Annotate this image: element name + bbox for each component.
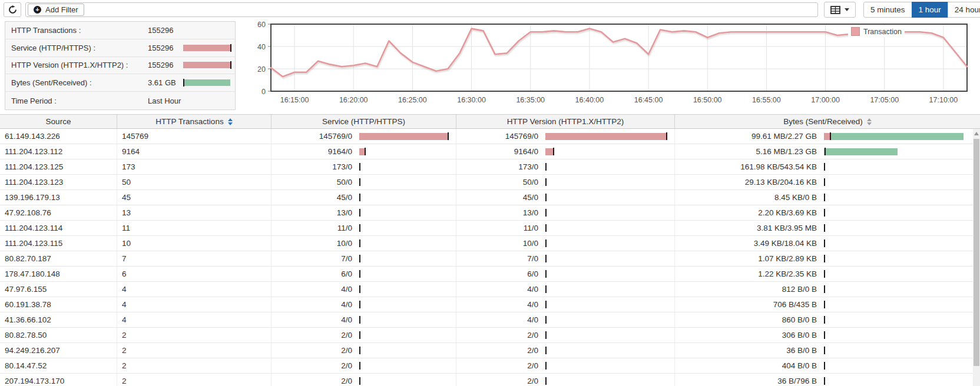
table-row[interactable]: 94.249.216.20722/02/036 B/0 B [0, 343, 973, 358]
filter-bar[interactable]: + Add Filter [25, 2, 818, 17]
transactions-cell: 2 [117, 374, 272, 386]
scroll-up-arrow-icon[interactable] [974, 132, 979, 135]
bar-divider-tick [359, 331, 360, 339]
service-cell: 2/0 [272, 328, 456, 342]
table-view-button[interactable] [824, 2, 856, 18]
bar-divider-tick [359, 239, 360, 247]
http-version-bar [545, 270, 670, 278]
http-version-value: 173/0 [461, 162, 538, 171]
service-bar [359, 194, 451, 201]
http-version-bar [545, 224, 670, 232]
refresh-icon [8, 5, 17, 14]
bytes-bar [824, 209, 968, 217]
table-row[interactable]: 80.82.70.18777/07/01.07 KB/2.89 KB [0, 251, 973, 267]
bar-divider-tick [824, 347, 825, 354]
scrollbar-thumb[interactable] [974, 139, 979, 366]
svg-text:20: 20 [257, 65, 266, 74]
svg-text:16:20:00: 16:20:00 [339, 96, 368, 104]
bar-divider-tick [824, 194, 825, 201]
table-row[interactable]: 80.14.47.5222/02/0404 B/0 B [0, 358, 973, 374]
transactions-value: 50 [122, 178, 131, 187]
table-row[interactable]: 60.191.38.7844/04/0706 B/435 B [0, 297, 973, 312]
bytes-value: 1.22 KB/2.35 KB [680, 269, 817, 278]
service-bar [359, 178, 451, 186]
summary-value: 3.61 GB [148, 78, 183, 87]
table-row[interactable]: 61.149.143.226145769145769/0145769/099.6… [0, 129, 973, 144]
transactions-cell: 45 [117, 190, 272, 205]
http-version-cell: 11/0 [456, 221, 675, 235]
source-cell: 207.194.173.170 [0, 374, 117, 386]
table-row[interactable]: 47.92.108.761313/013/02.20 KB/3.69 KB [0, 205, 973, 221]
bar-divider-tick [545, 194, 547, 201]
bytes-cell: 29.13 KB/204.16 KB [675, 175, 973, 189]
source-cell: 94.249.216.207 [0, 343, 117, 358]
bytes-value: 29.13 KB/204.16 KB [680, 178, 817, 187]
table-row[interactable]: 41.36.66.10244/04/0860 B/0 B [0, 312, 973, 328]
refresh-button[interactable] [4, 2, 21, 17]
table-row[interactable]: 111.204.123.1151010/010/03.49 KB/18.04 K… [0, 236, 973, 251]
bar-divider-tick [359, 347, 360, 354]
table-row[interactable]: 111.204.123.11291649164/09164/05.16 MB/1… [0, 144, 973, 159]
service-value: 4/0 [276, 315, 352, 324]
bar-divider-tick [824, 209, 825, 217]
svg-text:17:10:00: 17:10:00 [929, 96, 958, 104]
bytes-value: 1.07 KB/2.89 KB [680, 254, 817, 263]
table-row[interactable]: 111.204.123.125173173/0173/0161.98 KB/54… [0, 159, 973, 175]
column-header-http-version-http1-x-http2[interactable]: HTTP Version (HTTP1.X/HTTP2) [456, 115, 675, 128]
time-range-24-hours[interactable]: 24 hours [948, 2, 980, 18]
summary-green-bar [184, 79, 230, 86]
fortiview-sources-page: + Add Filter 5 minutes1 hour24 hours HTT… [0, 0, 980, 386]
time-range-5-minutes[interactable]: 5 minutes [863, 2, 912, 18]
bytes-bar [824, 255, 968, 262]
column-header-http-transactions[interactable]: HTTP Transactions [117, 115, 272, 128]
table-row[interactable]: 80.82.78.5022/02/0306 B/0 B [0, 328, 973, 343]
table-row[interactable]: 207.194.173.17022/02/036 B/796 B [0, 374, 973, 386]
service-cell: 7/0 [272, 251, 456, 266]
transactions-value: 45 [122, 193, 131, 202]
bar-divider-tick [359, 163, 360, 171]
red-bar [545, 133, 666, 140]
service-value: 2/0 [276, 346, 352, 355]
column-header-source[interactable]: Source [0, 115, 117, 128]
bar-divider-tick [824, 316, 825, 324]
bytes-bar [824, 362, 968, 370]
bytes-cell: 860 B/0 B [675, 312, 973, 327]
sort-icon[interactable] [228, 118, 233, 125]
summary-bar [183, 61, 231, 69]
bar-divider-tick [824, 239, 825, 247]
red-bar [359, 148, 365, 155]
bytes-bar [824, 270, 968, 278]
transactions-cell: 2 [117, 343, 272, 358]
summary-row-time-period: Time Period :Last Hour [5, 92, 235, 109]
service-cell: 6/0 [272, 267, 456, 281]
bar-divider-tick [359, 255, 360, 262]
source-ip: 80.14.47.52 [5, 361, 47, 370]
bar-divider-tick [359, 285, 360, 293]
service-value: 2/0 [276, 331, 352, 340]
time-range-selector: 5 minutes1 hour24 hours [863, 2, 980, 18]
table-row[interactable]: 47.97.6.15544/04/0812 B/0 B [0, 282, 973, 297]
service-bar [359, 239, 451, 247]
service-cell: 10/0 [272, 236, 456, 251]
column-header-bytes-sent-received[interactable]: Bytes (Sent/Received) [675, 115, 980, 128]
table-row[interactable]: 111.204.123.1141111/011/03.81 KB/3.95 MB [0, 221, 973, 236]
service-value: 145769/0 [276, 132, 352, 141]
bar-divider-tick [545, 347, 547, 354]
http-version-cell: 50/0 [456, 175, 675, 189]
service-bar [359, 163, 451, 171]
add-filter-button[interactable]: + Add Filter [28, 4, 84, 16]
table-row[interactable]: 178.47.180.14866/06/01.22 KB/2.35 KB [0, 267, 973, 282]
table-row[interactable]: 139.196.179.134545/045/08.45 KB/0 B [0, 190, 973, 205]
sort-icon[interactable] [867, 118, 872, 125]
svg-text:60: 60 [257, 21, 266, 29]
service-value: 4/0 [276, 300, 352, 309]
transactions-cell: 11 [117, 221, 272, 235]
service-bar [359, 148, 451, 155]
bytes-bar [824, 377, 968, 385]
table-row[interactable]: 111.204.123.1235050/050/029.13 KB/204.16… [0, 175, 973, 190]
table-scrollbar[interactable] [973, 129, 980, 386]
http-version-value: 6/0 [461, 269, 538, 278]
column-header-service-http-https[interactable]: Service (HTTP/HTTPS) [272, 115, 456, 128]
summary-row-bytes-sent-received: Bytes (Sent/Received) :3.61 GB [5, 74, 235, 92]
time-range-1-hour[interactable]: 1 hour [912, 2, 948, 18]
